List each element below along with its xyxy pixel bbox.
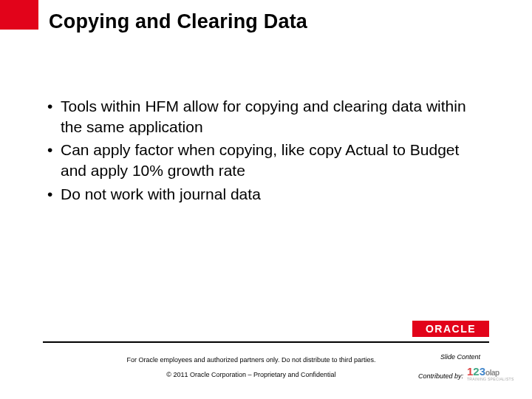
- footer-copyright: © 2011 Oracle Corporation – Proprietary …: [111, 371, 392, 378]
- footer-disclaimer: For Oracle employees and authorized part…: [111, 356, 392, 364]
- contrib-logo-word: olap: [485, 369, 499, 377]
- list-item: Can apply factor when copying, like copy…: [47, 140, 485, 180]
- slide-body: Tools within HFM allow for copying and c…: [47, 96, 485, 208]
- bullet-list: Tools within HFM allow for copying and c…: [47, 96, 485, 205]
- contrib-logo-sub: TRAINING SPECIALISTS: [467, 377, 514, 381]
- brand-red-block: [0, 0, 38, 30]
- contributed-by-label: Contributed by:: [418, 372, 463, 380]
- oracle-logo: ORACLE: [412, 321, 489, 337]
- footer: For Oracle employees and authorized part…: [0, 346, 532, 399]
- slide-content-label: Slide Content: [440, 353, 480, 361]
- contrib-logo-digit: 3: [480, 365, 485, 378]
- slide: Copying and Clearing Data Tools within H…: [0, 0, 532, 399]
- list-item: Do not work with journal data: [47, 184, 485, 205]
- list-item: Tools within HFM allow for copying and c…: [47, 96, 485, 137]
- contributor-logo: 123olap TRAINING SPECIALISTS: [467, 365, 514, 386]
- contrib-logo-digit: 2: [473, 365, 479, 378]
- footer-divider: [43, 341, 489, 343]
- slide-title: Copying and Clearing Data: [49, 10, 307, 33]
